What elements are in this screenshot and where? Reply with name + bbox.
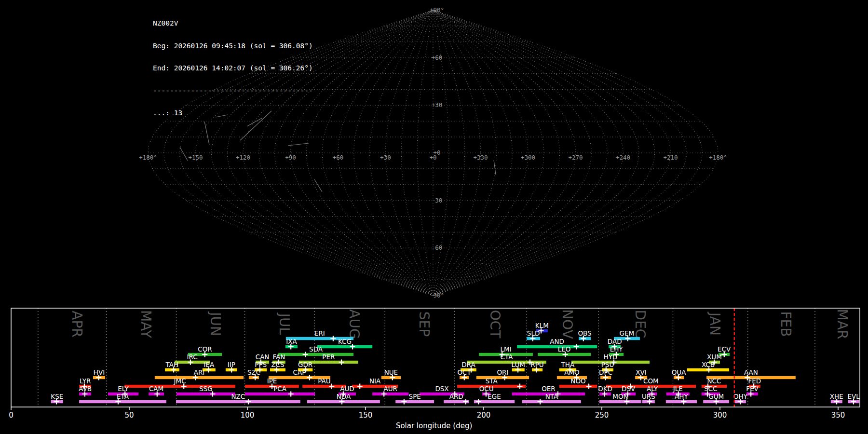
month-label: AUG [346,309,362,339]
shower-peak-marker [586,384,592,389]
shower-bar [124,385,235,388]
shower-label: HYD [604,353,618,361]
shower-label: IXA [286,338,297,345]
x-tick-label: 150 [359,411,373,420]
shower-label: LUM [512,361,525,368]
ecliptic-latitude-label: -90° [430,292,444,299]
shower-label: LMI [501,345,512,353]
shower-label: AVB [79,385,92,393]
shower-label: NDA [337,393,351,400]
ecliptic-longitude-label: +120 [236,154,250,161]
shower-label: CAP [293,368,306,376]
ecliptic-longitude-label: +150 [188,154,203,161]
month-label: FEB [778,311,794,337]
shower-label: SSG [199,385,213,393]
ecliptic-longitude-label: +330 [473,154,488,161]
grid-meridian [433,10,655,296]
grid-meridian [386,10,434,296]
x-tick-label: 0 [9,411,14,420]
ecliptic-longitude-label: +270 [568,154,583,161]
shower-label: ETA [117,393,129,400]
month-label: MAR [834,309,850,339]
shower-bar [176,393,235,395]
ecliptic-longitude-label: +300 [521,154,535,161]
shower-label: ZCS [271,361,284,368]
meteor-trail [314,179,322,192]
ecliptic-longitude-label: +180° [139,154,157,161]
shower-peak-marker [574,344,579,350]
shower-label: FEV [746,385,759,393]
shower-label: DKD [598,385,612,393]
x-tick-label: 300 [713,411,727,420]
ecliptic-longitude-label: +90 [285,154,296,161]
shower-label: URS [642,393,655,400]
shower-label: IIP [228,361,235,368]
ecliptic-longitude-label: +210 [663,154,678,161]
shower-label: SLD [527,329,540,337]
month-label: DEC [632,310,648,339]
month-label: JUL [276,312,292,335]
shower-bar [176,400,300,403]
shower-peak-marker [517,384,523,389]
grid-meridian [433,10,607,296]
grid-meridian [275,10,433,296]
ecliptic-latitude-label: +60 [432,54,443,61]
shower-label: TAH [165,361,179,368]
ecliptic-longitude-label: +30 [380,154,391,161]
grid-meridian [259,10,433,296]
shower-label: OCU [479,385,494,393]
shower-label: XCB [702,361,715,368]
grid-meridian [433,10,576,296]
shower-label: IEA [204,361,215,368]
month-label: MAY [138,310,154,339]
shower-label: ORI [497,368,508,376]
sky-map: +180°+150+120+90+60+30+0+330+300+270+240… [0,0,868,304]
shower-label: ELY [118,385,129,393]
shower-label: MON [612,393,628,400]
shower-label: AUR [383,385,397,393]
shower-label: ARD [449,393,463,400]
shower-label: IPE [267,377,277,385]
ecliptic-longitude-label: +60 [333,154,344,161]
shower-label: EVL [847,393,860,400]
shower-label: ECV [718,345,731,353]
shower-label: ERI [314,329,325,337]
shower-label: AUD [340,385,354,393]
shower-bar [395,400,434,403]
shower-bar [302,385,346,388]
shower-label: FED [748,377,761,385]
ecliptic-latitude-label: -30 [432,197,443,204]
shower-label: PCA [273,385,287,393]
shower-peak-marker [463,399,468,405]
shower-label: PSU [601,361,614,368]
shower-peak-marker [307,375,312,380]
shower-peak-marker [288,392,294,397]
shower-label: KSE [51,393,63,400]
shower-label: AND [550,338,564,345]
shower-label: QUA [672,368,687,376]
ecliptic-longitude-label: +240 [616,154,630,161]
shower-label: DSX [435,385,448,393]
shower-label: FAN [272,353,285,361]
meteor-trail [288,143,309,146]
x-tick-label: 250 [595,411,609,420]
shower-label: NTA [545,393,558,400]
shower-label: EGE [488,393,501,400]
grid-meridian [433,10,496,296]
shower-label: COR [198,345,212,353]
shower-peak-marker [303,352,308,357]
meteor-trail [494,160,496,175]
ecliptic-latitude-label: +0 [433,149,440,156]
shower-label: SZC [247,368,260,376]
grid-meridian [164,10,433,296]
shower-label: DSV [622,385,636,393]
shower-label: GDR [298,361,312,368]
grid-meridian [148,10,433,296]
shower-peak-marker [330,336,336,341]
shower-label: XVI [636,368,646,376]
shower-label: NUE [384,368,398,376]
shower-label: CAM [149,385,163,393]
shower-label: XUM [707,353,722,361]
grid-meridian [433,10,718,296]
shower-bar [517,345,597,348]
